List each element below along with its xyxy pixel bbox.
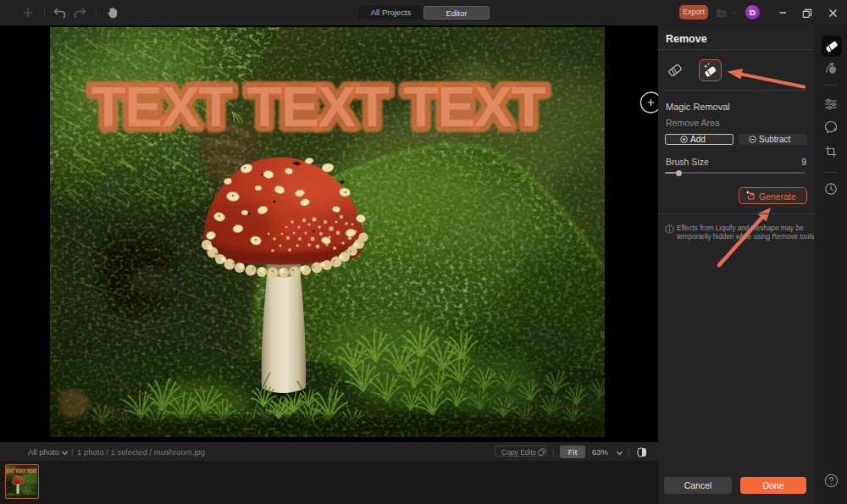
svg-text:TEXT TEXT TEXT: TEXT TEXT TEXT xyxy=(91,75,546,138)
